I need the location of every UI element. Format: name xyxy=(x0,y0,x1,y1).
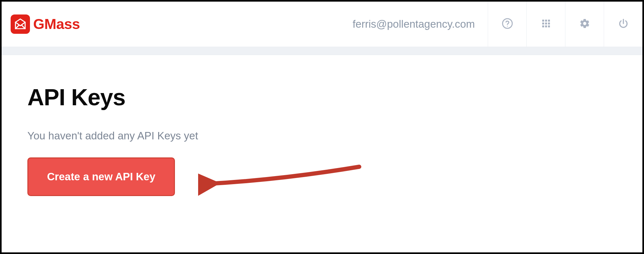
user-email[interactable]: ferris@pollentagency.com xyxy=(352,2,488,47)
svg-rect-7 xyxy=(548,23,550,24)
svg-point-1 xyxy=(507,26,507,26)
svg-rect-4 xyxy=(548,20,550,22)
apps-button[interactable] xyxy=(526,2,565,47)
help-button[interactable] xyxy=(488,2,526,47)
brand-name: GMass xyxy=(33,16,80,33)
app-frame: GMass ferris@pollentagency.com xyxy=(0,0,644,254)
svg-rect-5 xyxy=(542,23,544,24)
empty-state-message: You haven't added any API Keys yet xyxy=(27,130,642,142)
svg-rect-9 xyxy=(545,25,547,27)
brand-logo-icon xyxy=(11,14,30,34)
power-icon xyxy=(618,18,629,30)
svg-point-0 xyxy=(503,19,512,28)
settings-button[interactable] xyxy=(565,2,604,47)
power-button[interactable] xyxy=(604,2,642,47)
svg-rect-8 xyxy=(542,25,544,27)
main-content: API Keys You haven't added any API Keys … xyxy=(2,55,642,196)
svg-rect-10 xyxy=(548,25,550,27)
svg-rect-6 xyxy=(545,23,547,24)
gear-icon xyxy=(579,18,590,30)
page-title: API Keys xyxy=(27,84,642,110)
header: GMass ferris@pollentagency.com xyxy=(2,2,642,47)
header-right: ferris@pollentagency.com xyxy=(352,2,642,47)
content-divider xyxy=(2,47,642,55)
help-icon xyxy=(502,18,513,31)
svg-rect-2 xyxy=(542,20,544,22)
create-api-key-button-label: Create a new API Key xyxy=(47,171,155,183)
brand[interactable]: GMass xyxy=(11,14,80,34)
create-api-key-button[interactable]: Create a new API Key xyxy=(27,157,175,196)
apps-grid-icon xyxy=(541,18,551,30)
svg-rect-3 xyxy=(545,20,547,22)
